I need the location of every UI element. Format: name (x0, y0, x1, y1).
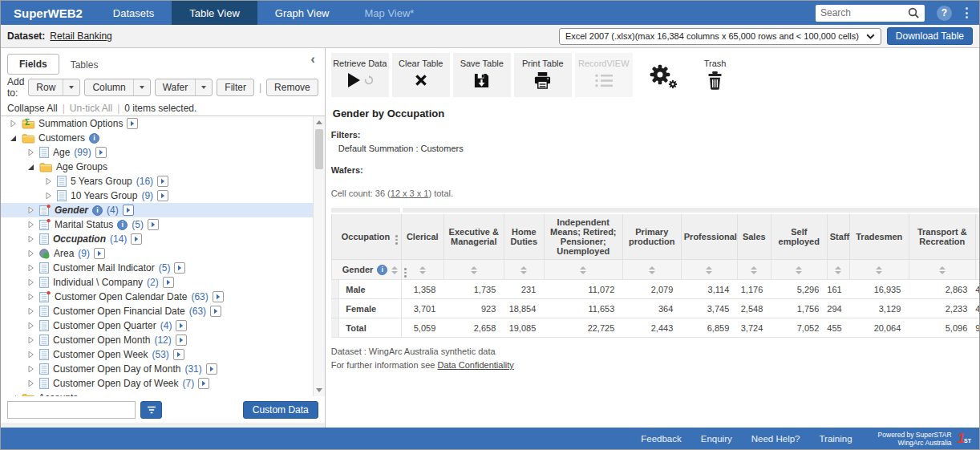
info-icon[interactable]: i (117, 220, 128, 230)
footer-link-training[interactable]: Training (819, 434, 852, 444)
tree-item-summation-options[interactable]: ΣSummation Options (1, 116, 325, 131)
tab-tables[interactable]: Tables (59, 55, 110, 75)
tree-item-5-years-group[interactable]: 5 Years Group(16) (1, 174, 325, 189)
tree-item-label[interactable]: Customer Open Week (53, 349, 148, 360)
save-table-button[interactable]: Save Table (453, 53, 511, 97)
filter-fields-button[interactable] (140, 401, 162, 419)
sort-control-transport-recreation[interactable] (909, 260, 975, 280)
sort-control-home-duties[interactable] (504, 260, 544, 280)
open-field-icon[interactable] (94, 248, 105, 259)
custom-data-button[interactable]: Custom Data (243, 401, 318, 419)
open-field-icon[interactable] (95, 147, 107, 158)
footer-link-need-help[interactable]: Need Help? (751, 434, 800, 444)
tab-table-view[interactable]: Table View (172, 1, 257, 25)
expand-toggle-icon[interactable] (26, 351, 35, 359)
scrollbar-thumb[interactable] (315, 129, 323, 169)
sort-control-independent-means-retired-pensioner-unemployed[interactable] (544, 260, 622, 280)
open-field-icon[interactable] (173, 349, 184, 360)
kebab-menu-icon[interactable] (393, 229, 398, 245)
tree-item-label[interactable]: Summation Options (38, 118, 123, 129)
open-field-icon[interactable] (131, 233, 142, 245)
expand-toggle-icon[interactable] (26, 293, 35, 301)
tree-item-customer-open-quarter[interactable]: Customer Open Quarter(4) (1, 318, 325, 333)
help-icon[interactable]: ? (937, 6, 952, 21)
tree-item-individual-company[interactable]: Individual \ Company(2) (1, 275, 325, 290)
tree-item-label[interactable]: Customers (38, 132, 85, 144)
expand-toggle-icon[interactable] (26, 221, 35, 229)
expand-toggle-icon[interactable] (26, 307, 35, 315)
info-icon[interactable]: i (89, 133, 99, 144)
tree-item-area[interactable]: Area(9) (1, 246, 325, 261)
tree-item-customer-open-week[interactable]: Customer Open Week(53) (1, 347, 325, 362)
open-field-icon[interactable] (148, 219, 159, 230)
tree-item-gender[interactable]: Genderi(4) (1, 203, 325, 217)
collapse-sidebar-icon[interactable]: ‹ (310, 54, 314, 65)
open-field-icon[interactable] (157, 176, 168, 187)
tree-item-label[interactable]: Customer Open Day of Week (53, 378, 179, 389)
expand-toggle-icon[interactable] (44, 192, 53, 200)
tree-item-customers[interactable]: Customersi (1, 131, 325, 145)
filter-button[interactable]: Filter (217, 79, 254, 96)
expand-toggle-icon[interactable] (26, 365, 35, 373)
chevron-down-icon[interactable] (134, 86, 150, 89)
tree-item-label[interactable]: 10 Years Group (71, 190, 137, 201)
tree-item-label[interactable]: Individual \ Company (53, 277, 143, 288)
collapse-all-link[interactable]: Collapse All (7, 103, 58, 114)
field-filter-input[interactable] (7, 401, 136, 419)
sort-icon[interactable] (391, 265, 398, 274)
tree-item-customer-open-day-of-month[interactable]: Customer Open Day of Month(31) (1, 362, 325, 376)
sort-control-sales[interactable] (737, 260, 771, 280)
open-field-icon[interactable] (157, 190, 168, 201)
tree-item-marital-status[interactable]: Marital Statusi(5) (1, 217, 325, 232)
cell-count-link[interactable]: 12 x 3 x 1 (391, 189, 429, 198)
open-field-icon[interactable] (206, 363, 217, 375)
chevron-down-icon[interactable] (63, 86, 79, 89)
expand-toggle-icon[interactable] (26, 148, 35, 156)
tree-item-10-years-group[interactable]: 10 Years Group(9) (1, 189, 325, 203)
scroll-down-icon[interactable] (314, 384, 325, 396)
add-to-column-button[interactable]: Column (84, 79, 150, 96)
tree-item-label[interactable]: Customer Mail Indicator (53, 262, 155, 274)
tree-item-label[interactable]: Age (53, 147, 70, 158)
open-field-icon[interactable] (198, 378, 209, 389)
tree-item-occupation[interactable]: Occupation(14) (1, 232, 325, 246)
tree-item-customer-open-financial-date[interactable]: Customer Open Financial Date(63) (1, 304, 325, 318)
print-table-button[interactable]: Print Table (514, 53, 572, 97)
tree-item-label[interactable]: Customer Open Quarter (53, 320, 156, 331)
tab-graph-view[interactable]: Graph View (257, 1, 347, 25)
table-options-button[interactable] (649, 64, 678, 89)
sort-control-self-employed[interactable] (771, 260, 827, 280)
open-field-icon[interactable] (210, 306, 221, 317)
expand-toggle-icon[interactable] (44, 177, 53, 185)
expand-toggle-icon[interactable] (26, 249, 35, 257)
search-input[interactable] (820, 7, 908, 18)
expand-toggle-icon[interactable] (26, 206, 35, 214)
open-field-icon[interactable] (176, 320, 187, 331)
untick-all-link[interactable]: Un-tick All (70, 103, 112, 114)
data-confidentiality-link[interactable]: Data Confidentiality (437, 360, 513, 370)
collapse-toggle-icon[interactable] (9, 134, 18, 142)
sort-control-tradesmen[interactable] (849, 260, 909, 280)
open-field-icon[interactable] (176, 334, 187, 346)
info-icon[interactable]: i (92, 205, 103, 216)
tree-item-customer-open-calendar-date[interactable]: Customer Open Calendar Date(63) (1, 290, 325, 304)
chevron-down-icon[interactable] (196, 86, 212, 89)
tree-item-customer-open-day-of-week[interactable]: Customer Open Day of Week(7) (1, 376, 325, 391)
sort-control-staff[interactable] (827, 260, 849, 280)
sort-control-professional[interactable] (681, 260, 737, 280)
clear-table-button[interactable]: Clear Table (392, 53, 450, 97)
tree-scrollbar[interactable] (313, 116, 325, 396)
tree-item-label[interactable]: Occupation (53, 233, 106, 245)
tree-item-label[interactable]: Age Groups (56, 161, 107, 172)
tree-item-age[interactable]: Age(99) (1, 145, 325, 160)
remove-button[interactable]: Remove (266, 79, 318, 96)
search-icon[interactable] (908, 7, 920, 19)
sort-control-executive-managerial[interactable] (443, 260, 504, 280)
export-format-select[interactable]: Excel 2007 (.xlsx)(max 16,384 columns x … (559, 28, 881, 45)
open-field-icon[interactable] (213, 291, 224, 302)
expand-toggle-icon[interactable] (26, 278, 35, 286)
tree-item-label[interactable]: Customer Open Calendar Date (55, 291, 187, 302)
open-field-icon[interactable] (163, 277, 174, 288)
sort-control-primary-production[interactable] (622, 260, 681, 280)
expand-toggle-icon[interactable] (26, 235, 35, 243)
